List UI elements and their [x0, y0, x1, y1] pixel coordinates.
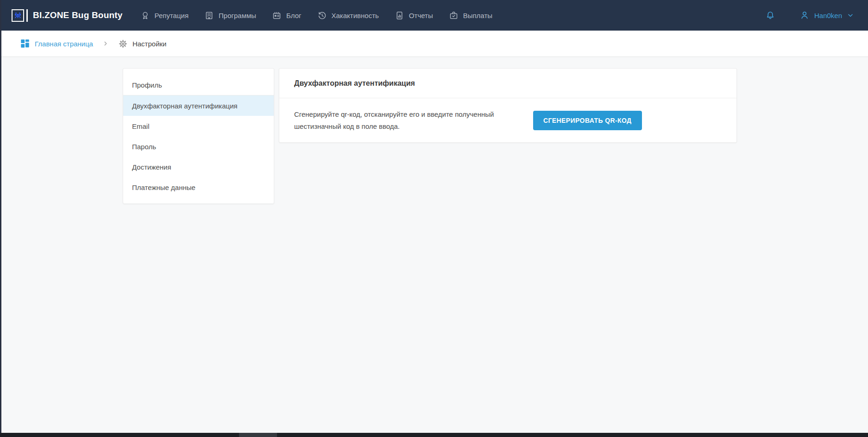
settings-menu-item-profile[interactable]: Профиль	[123, 75, 274, 95]
settings-menu-item-payment-data[interactable]: Платежные данные	[123, 177, 274, 197]
scrollbar-thumb[interactable]	[239, 433, 277, 437]
breadcrumb-current-label: Настройки	[132, 40, 167, 48]
user-menu[interactable]: Han0ken	[799, 10, 854, 20]
settings-menu-item-password[interactable]: Пароль	[123, 136, 274, 157]
brand-title: BI.ZONE Bug Bounty	[33, 10, 123, 20]
panel-header: Двухфакторная аутентификация	[279, 69, 736, 98]
report-chart-icon	[395, 11, 404, 20]
generate-qr-button[interactable]: СГЕНЕРИРОВАТЬ QR-КОД	[533, 111, 642, 130]
breadcrumb-home-label: Главная страница	[35, 40, 93, 48]
nav-item-label: Выплаты	[463, 12, 492, 19]
nav-item-label: Репутация	[155, 12, 189, 19]
nav-right-section: Han0ken	[765, 10, 854, 20]
brand-logo[interactable]: BI.ZONE Bug Bounty	[12, 9, 123, 22]
top-nav: BI.ZONE Bug Bounty Репутация Программы	[0, 0, 868, 31]
settings-menu: Профиль Двухфакторная аутентификация Ema…	[123, 68, 274, 204]
nav-item-programs[interactable]: Программы	[204, 11, 256, 20]
menu-item-label: Профиль	[132, 81, 162, 89]
nav-item-hackactivity[interactable]: Хакактивность	[317, 11, 379, 20]
settings-menu-item-achievements[interactable]: Достижения	[123, 157, 274, 177]
notifications-button[interactable]	[765, 10, 775, 20]
username: Han0ken	[814, 12, 842, 19]
nav-item-reputation[interactable]: Репутация	[140, 11, 189, 20]
horizontal-scrollbar[interactable]	[0, 433, 868, 437]
briefcase-check-icon	[449, 11, 459, 20]
breadcrumb-home-link[interactable]: Главная страница	[20, 38, 93, 49]
menu-item-label: Пароль	[132, 143, 156, 151]
settings-menu-item-email[interactable]: Email	[123, 116, 274, 136]
two-factor-panel: Двухфакторная аутентификация Сгенерируйт…	[279, 68, 737, 143]
menu-item-label: Платежные данные	[132, 184, 195, 191]
panel-description: Сгенерируйте qr-код, отсканируйте его и …	[294, 108, 512, 133]
nav-item-label: Блог	[286, 12, 301, 19]
breadcrumb: Главная страница Настройки	[0, 31, 868, 57]
nav-item-label: Хакактивность	[332, 12, 379, 19]
nav-item-label: Отчеты	[409, 12, 433, 19]
gear-icon	[118, 39, 128, 49]
panel-title: Двухфакторная аутентификация	[294, 79, 415, 88]
bug-icon	[12, 9, 28, 22]
nav-item-payouts[interactable]: Выплаты	[449, 11, 492, 20]
menu-item-label: Двухфакторная аутентификация	[132, 102, 238, 110]
newspaper-icon	[272, 11, 282, 20]
breadcrumb-current: Настройки	[118, 39, 167, 49]
bell-icon	[765, 10, 775, 20]
history-clock-icon	[317, 11, 327, 20]
panel-body: Сгенерируйте qr-код, отсканируйте его и …	[279, 98, 736, 142]
chevron-down-icon	[847, 12, 854, 19]
window-left-edge	[0, 0, 1, 437]
nav-item-blog[interactable]: Блог	[272, 11, 301, 20]
dashboard-tiles-icon	[20, 38, 30, 49]
chevron-right-icon	[102, 40, 109, 47]
nav-item-label: Программы	[219, 12, 256, 19]
menu-item-label: Email	[132, 122, 150, 130]
medal-icon	[140, 11, 150, 20]
main-nav-menu: Репутация Программы Блог	[140, 11, 508, 20]
nav-item-reports[interactable]: Отчеты	[395, 11, 433, 20]
building-icon	[204, 11, 214, 20]
menu-item-label: Достижения	[132, 163, 171, 171]
person-icon	[799, 10, 810, 20]
settings-menu-item-2fa[interactable]: Двухфакторная аутентификация	[123, 95, 274, 116]
